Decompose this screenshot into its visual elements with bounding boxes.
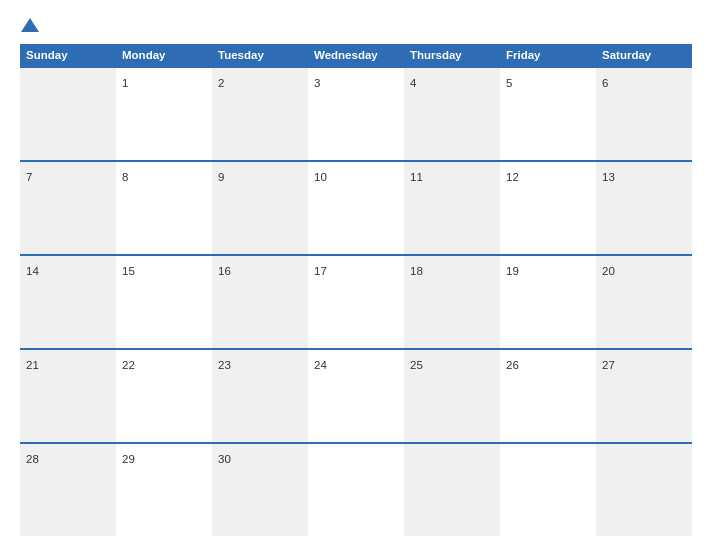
calendar-day: 19 <box>500 256 596 348</box>
calendar-day <box>308 444 404 536</box>
calendar-week: 21222324252627 <box>20 348 692 442</box>
calendar-day: 21 <box>20 350 116 442</box>
svg-marker-0 <box>21 18 39 32</box>
day-number: 8 <box>122 171 128 183</box>
calendar-day: 25 <box>404 350 500 442</box>
logo <box>20 18 39 34</box>
calendar-day: 7 <box>20 162 116 254</box>
calendar-header-cell: Wednesday <box>308 44 404 66</box>
day-number: 28 <box>26 453 39 465</box>
day-number: 19 <box>506 265 519 277</box>
calendar-header: SundayMondayTuesdayWednesdayThursdayFrid… <box>20 44 692 66</box>
day-number: 4 <box>410 77 416 89</box>
day-number: 27 <box>602 359 615 371</box>
day-number: 30 <box>218 453 231 465</box>
calendar-header-cell: Friday <box>500 44 596 66</box>
day-number: 7 <box>26 171 32 183</box>
calendar-header-cell: Thursday <box>404 44 500 66</box>
day-number: 6 <box>602 77 608 89</box>
calendar-page: SundayMondayTuesdayWednesdayThursdayFrid… <box>0 0 712 550</box>
logo-triangle-icon <box>21 16 39 34</box>
calendar-day: 26 <box>500 350 596 442</box>
calendar-day: 22 <box>116 350 212 442</box>
calendar-header-cell: Monday <box>116 44 212 66</box>
calendar-day: 4 <box>404 68 500 160</box>
calendar-day: 27 <box>596 350 692 442</box>
calendar-day: 20 <box>596 256 692 348</box>
day-number: 3 <box>314 77 320 89</box>
day-number: 2 <box>218 77 224 89</box>
calendar-day: 2 <box>212 68 308 160</box>
calendar-header-cell: Saturday <box>596 44 692 66</box>
day-number: 13 <box>602 171 615 183</box>
calendar-body: 1234567891011121314151617181920212223242… <box>20 66 692 536</box>
day-number: 10 <box>314 171 327 183</box>
day-number: 22 <box>122 359 135 371</box>
day-number: 15 <box>122 265 135 277</box>
calendar-header-cell: Sunday <box>20 44 116 66</box>
calendar-day: 24 <box>308 350 404 442</box>
day-number: 23 <box>218 359 231 371</box>
calendar-day <box>20 68 116 160</box>
calendar-day: 8 <box>116 162 212 254</box>
calendar: SundayMondayTuesdayWednesdayThursdayFrid… <box>20 44 692 536</box>
day-number: 9 <box>218 171 224 183</box>
day-number: 5 <box>506 77 512 89</box>
day-number: 1 <box>122 77 128 89</box>
calendar-day: 13 <box>596 162 692 254</box>
calendar-week: 14151617181920 <box>20 254 692 348</box>
calendar-day: 11 <box>404 162 500 254</box>
calendar-week: 123456 <box>20 66 692 160</box>
day-number: 21 <box>26 359 39 371</box>
day-number: 11 <box>410 171 423 183</box>
calendar-day: 10 <box>308 162 404 254</box>
day-number: 16 <box>218 265 231 277</box>
calendar-day: 14 <box>20 256 116 348</box>
calendar-day: 16 <box>212 256 308 348</box>
day-number: 29 <box>122 453 135 465</box>
calendar-day: 23 <box>212 350 308 442</box>
day-number: 20 <box>602 265 615 277</box>
calendar-day: 6 <box>596 68 692 160</box>
calendar-day: 18 <box>404 256 500 348</box>
day-number: 14 <box>26 265 39 277</box>
calendar-day: 3 <box>308 68 404 160</box>
day-number: 12 <box>506 171 519 183</box>
calendar-day: 15 <box>116 256 212 348</box>
day-number: 18 <box>410 265 423 277</box>
calendar-day: 12 <box>500 162 596 254</box>
calendar-day: 28 <box>20 444 116 536</box>
calendar-week: 78910111213 <box>20 160 692 254</box>
calendar-day: 30 <box>212 444 308 536</box>
calendar-day: 1 <box>116 68 212 160</box>
day-number: 17 <box>314 265 327 277</box>
page-header <box>20 18 692 34</box>
calendar-day: 9 <box>212 162 308 254</box>
calendar-header-cell: Tuesday <box>212 44 308 66</box>
calendar-day: 29 <box>116 444 212 536</box>
day-number: 26 <box>506 359 519 371</box>
calendar-day <box>500 444 596 536</box>
day-number: 25 <box>410 359 423 371</box>
calendar-week: 282930 <box>20 442 692 536</box>
calendar-day: 17 <box>308 256 404 348</box>
calendar-day <box>596 444 692 536</box>
day-number: 24 <box>314 359 327 371</box>
calendar-day <box>404 444 500 536</box>
calendar-day: 5 <box>500 68 596 160</box>
